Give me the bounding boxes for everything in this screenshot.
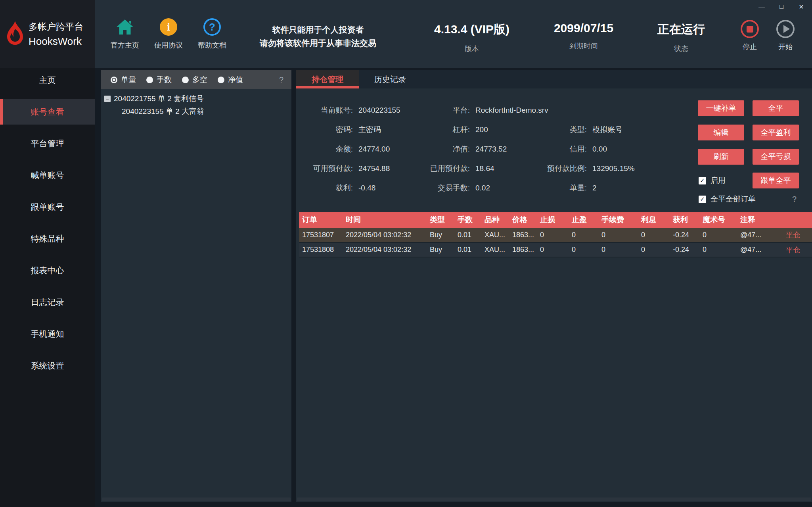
tree-horizontal-scrollbar[interactable] [102, 497, 291, 501]
one-key-refill-button[interactable]: 一键补单 [698, 100, 744, 116]
close-position-link[interactable]: 平仓 [786, 231, 800, 239]
trade-lots-value: 0.02 [470, 184, 538, 192]
account-tree-panel: 单量 手数 多空 净值 ? − 2040221755 单 2 套利信号 [101, 70, 291, 502]
sidebar-item-system-settings[interactable]: 系统设置 [0, 353, 95, 378]
field-label: 已用预付款: [423, 163, 470, 174]
col-action [783, 212, 812, 228]
filter-radio-long-short[interactable]: 多空 [182, 75, 207, 85]
minimize-button[interactable]: — [757, 2, 766, 11]
tree-help-icon[interactable]: ? [279, 75, 283, 84]
account-details: 当前账号: 2040223155 平台: RockfortIntl-Demo.s… [296, 100, 678, 198]
sidebar-item-signal-accounts[interactable]: 喊单账号 [0, 163, 95, 188]
orders-table: 订单 时间 类型 手数 品种 价格 止损 止盈 手续费 利息 获利 魔术号 注释 [299, 212, 812, 257]
col-price: 价格 [509, 212, 537, 228]
tree-connector [114, 106, 119, 112]
field-label: 交易手数: [423, 183, 470, 193]
tabbar: 持仓管理 历史记录 [296, 70, 812, 88]
nav-official-home[interactable]: 官方主页 [103, 17, 147, 50]
stop-button[interactable]: 停止 [737, 20, 762, 52]
orders-header-row: 订单 时间 类型 手数 品种 价格 止损 止盈 手续费 利息 获利 魔术号 注释 [299, 212, 812, 228]
col-symbol: 品种 [481, 212, 509, 228]
start-label: 开始 [778, 42, 793, 52]
order-row[interactable]: 17531807 2022/05/04 03:02:32 Buy 0.01 XA… [299, 228, 812, 242]
nav-user-agreement[interactable]: i 使用协议 [147, 17, 190, 50]
filter-radio-order-count[interactable]: 单量 [111, 75, 136, 85]
tree-node-child[interactable]: 2040223155 单 2 大富翁 [101, 105, 291, 118]
action-buttons: 一键补单 全平 编辑 全平盈利 刷新 全平亏损 跟单全平 ✓ 启用 ✓ 全平全部… [698, 100, 799, 207]
filter-radio-lots[interactable]: 手数 [146, 75, 172, 85]
field-label: 当前账号: [296, 105, 353, 115]
close-all-loss-button[interactable]: 全平亏损 [753, 149, 799, 165]
license-warning: 软件只能用于个人投资者 请勿将该软件用于从事非法交易 [253, 23, 383, 50]
nav-help-docs[interactable]: ? 帮助文档 [190, 17, 234, 50]
edit-button[interactable]: 编辑 [698, 125, 744, 140]
flame-logo-icon [4, 20, 26, 48]
sidebar-item-phone-notify[interactable]: 手机通知 [0, 321, 95, 347]
tree-body: − 2040221755 单 2 套利信号 2040223155 单 2 大富翁 [101, 89, 291, 118]
checkbox-checked-icon: ✓ [699, 177, 706, 184]
tree-node-label: 2040221755 单 2 套利信号 [114, 94, 204, 104]
tree-node-label: 2040223155 单 2 大富翁 [122, 106, 204, 117]
brand-line2: HooksWork [29, 35, 83, 48]
info-icon: i [160, 18, 177, 36]
main-panel: 持仓管理 历史记录 当前账号: 2040223155 平台: RockfortI… [296, 70, 812, 502]
enable-checkbox[interactable]: ✓ 启用 [699, 175, 726, 186]
radio-icon [218, 77, 224, 83]
version-label: 版本 [420, 44, 523, 54]
logo-block: 多帐户跨平台 HooksWork [0, 0, 95, 68]
status-label: 状态 [645, 44, 717, 54]
col-magic: 魔术号 [699, 212, 737, 228]
expiry-label: 到期时间 [544, 41, 623, 51]
expiry-stat: 2099/07/15 到期时间 [544, 21, 623, 51]
filter-radio-equity[interactable]: 净值 [218, 75, 243, 85]
col-take-profit: 止盈 [569, 212, 598, 228]
col-stop-loss: 止损 [537, 212, 569, 228]
close-all-orders-checkbox[interactable]: ✓ 全平全部订单 [699, 194, 756, 204]
field-label: 可用预付款: [296, 163, 353, 174]
field-label: 余额: [296, 144, 353, 154]
tree-filter-bar: 单量 手数 多空 净值 ? [101, 70, 291, 89]
used-margin-value: 18.64 [470, 164, 538, 173]
close-all-button[interactable]: 全平 [753, 100, 799, 116]
brand: 多帐户跨平台 HooksWork [29, 21, 83, 48]
main-horizontal-scrollbar[interactable] [297, 497, 811, 501]
field-label: 净值: [423, 144, 470, 154]
equity-value: 24773.52 [470, 145, 538, 154]
sidebar-item-follow-accounts[interactable]: 跟单账号 [0, 194, 95, 220]
question-icon: ? [203, 18, 221, 36]
sidebar-item-special-symbols[interactable]: 特殊品种 [0, 226, 95, 252]
sidebar: 多帐户跨平台 HooksWork 主页 账号查看 平台管理 喊单账号 跟单账号 … [0, 0, 95, 507]
sidebar-item-account-view[interactable]: 账号查看 [0, 99, 95, 125]
follow-close-all-button[interactable]: 跟单全平 [753, 173, 799, 188]
col-comment: 注释 [737, 212, 783, 228]
tree-node-root[interactable]: − 2040221755 单 2 套利信号 [101, 92, 291, 105]
col-swap: 利息 [638, 212, 670, 228]
sidebar-item-platform-mgmt[interactable]: 平台管理 [0, 131, 95, 156]
field-label: 单量: [538, 183, 587, 193]
titlebar-nav: 官方主页 i 使用协议 ? 帮助文档 [103, 17, 234, 50]
collapse-icon[interactable]: − [104, 96, 111, 102]
current-account-value: 2040223155 [353, 106, 423, 115]
version-value: 4.13.4 (VIP版) [420, 21, 523, 38]
close-all-profit-button[interactable]: 全平盈利 [753, 125, 799, 140]
close-button[interactable]: ✕ [797, 2, 806, 11]
leverage-value: 200 [470, 125, 538, 134]
stop-label: 停止 [743, 42, 757, 52]
close-position-link[interactable]: 平仓 [786, 246, 800, 254]
play-icon [776, 20, 795, 38]
order-row[interactable]: 17531808 2022/05/04 03:02:32 Buy 0.01 XA… [299, 242, 812, 257]
titlebar: — □ ✕ 官方主页 i 使用协议 ? 帮助文档 [95, 0, 812, 68]
start-button[interactable]: 开始 [773, 20, 798, 52]
maximize-button[interactable]: □ [777, 2, 786, 11]
tab-positions[interactable]: 持仓管理 [296, 70, 359, 88]
refresh-button[interactable]: 刷新 [698, 149, 744, 165]
status-value: 正在运行 [645, 21, 717, 38]
profit-value: -0.48 [353, 184, 423, 192]
actions-help-icon[interactable]: ? [792, 195, 797, 204]
sidebar-nav: 主页 账号查看 平台管理 喊单账号 跟单账号 特殊品种 报表中心 日志记录 手机… [0, 67, 95, 385]
tab-history[interactable]: 历史记录 [359, 70, 421, 88]
sidebar-item-home[interactable]: 主页 [0, 67, 95, 93]
sidebar-item-report-center[interactable]: 报表中心 [0, 258, 95, 283]
nav-label: 帮助文档 [198, 40, 226, 50]
sidebar-item-log-records[interactable]: 日志记录 [0, 290, 95, 315]
